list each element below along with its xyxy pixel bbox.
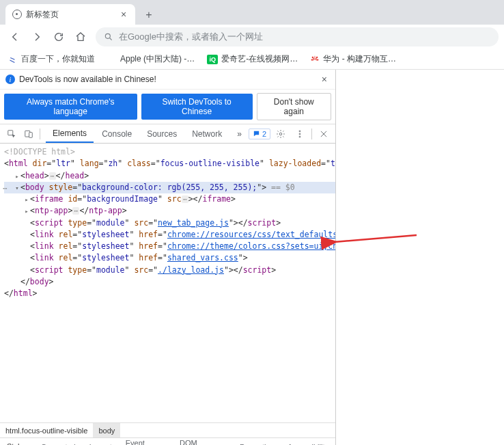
browser-tab[interactable]: 新标签页 × <box>5 4 135 25</box>
ntp-app-line[interactable]: ▸<ntp-app>⋯</ntp-app> <box>4 205 335 217</box>
svg-line-10 <box>335 235 417 242</box>
svg-point-4 <box>279 133 282 135</box>
link3-line[interactable]: <link rel="stylesheet" href="shared_vars… <box>4 252 335 264</box>
switch-devtools-button[interactable]: Switch DevTools to Chinese <box>141 94 253 120</box>
more-menu-icon[interactable] <box>291 125 309 143</box>
iqiyi-icon: iQ <box>207 55 218 64</box>
iframe-line[interactable]: ▸<iframe id="backgroundImage" src⋯></ifr… <box>4 193 335 205</box>
address-bar[interactable]: 在Google中搜索，或者输入一个网址 <box>96 27 499 46</box>
bookmark-huawei[interactable]: 华为 - 构建万物互… <box>310 53 396 65</box>
device-toolbar-icon[interactable] <box>20 125 37 143</box>
doctype-line: <!DOCTYPE html> <box>4 146 335 158</box>
svg-point-7 <box>299 136 300 137</box>
script2-line[interactable]: <script type="module" src="./lazy_load.j… <box>4 265 335 276</box>
separator <box>40 129 40 139</box>
body-close[interactable]: </body> <box>4 276 335 288</box>
info-text: DevTools is now available in Chinese! <box>19 75 156 84</box>
issues-badge[interactable]: 2 <box>249 129 270 139</box>
huawei-icon <box>310 55 320 64</box>
styles-tabs: Styles Computed Layout Event Listeners D… <box>0 437 335 445</box>
tab-properties[interactable]: Properties <box>233 438 281 445</box>
info-icon: i <box>5 75 15 84</box>
body-line-selected[interactable]: ⋯▾<body style="background-color: rgb(255… <box>4 182 335 193</box>
dont-show-again-button[interactable]: Don't show again <box>257 93 331 120</box>
close-devtools-icon[interactable] <box>315 125 333 143</box>
crumb-html[interactable]: html.focus-outline-visible <box>0 423 93 437</box>
head-line[interactable]: ▸<head>⋯</head> <box>4 170 335 182</box>
crumb-body[interactable]: body <box>93 423 120 437</box>
globe-icon <box>12 10 22 19</box>
devtools-info-bar: i DevTools is now available in Chinese! … <box>0 70 335 90</box>
tab-elements[interactable]: Elements <box>46 124 94 143</box>
separator <box>311 129 312 139</box>
svg-point-6 <box>299 133 300 135</box>
search-icon <box>104 32 113 42</box>
tab-sources[interactable]: Sources <box>140 124 184 143</box>
home-button[interactable] <box>71 27 90 46</box>
link2-line[interactable]: <link rel="stylesheet" href="chrome://th… <box>4 241 335 252</box>
new-tab-button[interactable]: + <box>139 5 158 25</box>
svg-point-5 <box>299 130 300 131</box>
forward-button[interactable] <box>27 27 46 46</box>
breadcrumb: html.focus-outline-visible body <box>0 422 335 437</box>
tab-styles[interactable]: Styles <box>0 438 34 445</box>
link1-line[interactable]: <link rel="stylesheet" href="chrome://re… <box>4 229 335 241</box>
tab-more[interactable]: » <box>230 124 249 143</box>
info-close-button[interactable]: × <box>319 74 330 85</box>
tab-network[interactable]: Network <box>185 124 229 143</box>
tab-dom-breakpoints[interactable]: DOM Breakpoints <box>173 438 233 445</box>
bookmark-apple[interactable]: Apple (中国大陆) -… <box>107 53 195 65</box>
chat-icon <box>253 130 260 137</box>
reload-button[interactable] <box>49 27 68 46</box>
bookmark-iqiyi[interactable]: iQ爱奇艺-在线视频网… <box>207 53 298 65</box>
tab-layout[interactable]: Layout <box>83 438 119 445</box>
close-tab-icon[interactable]: × <box>119 10 128 19</box>
apple-icon <box>107 55 117 64</box>
language-action-bar: Always match Chrome's language Switch De… <box>0 90 335 124</box>
back-button[interactable] <box>5 27 25 46</box>
settings-icon[interactable] <box>272 125 290 143</box>
bookmarks-bar: ⺀百度一下，你就知道 Apple (中国大陆) -… iQ爱奇艺-在线视频网… … <box>0 49 504 70</box>
annotation-arrow <box>328 230 423 259</box>
tab-title: 新标签页 <box>26 9 115 21</box>
omnibox-placeholder: 在Google中搜索，或者输入一个网址 <box>119 31 263 43</box>
script1-line[interactable]: <script type="module" src="new_tab_page.… <box>4 217 335 229</box>
html-open[interactable]: <html dir="ltr" lang="zh" class="focus-o… <box>4 158 335 170</box>
inspect-element-icon[interactable] <box>3 125 20 143</box>
tab-event-listeners[interactable]: Event Listeners <box>119 438 173 445</box>
tab-strip: 新标签页 × + <box>0 0 504 25</box>
tab-accessibility[interactable]: Accessibility <box>281 438 335 445</box>
paw-icon: ⺀ <box>8 55 18 64</box>
svg-rect-3 <box>29 132 32 137</box>
browser-chrome: 新标签页 × + 在Google中搜索，或者输入一个网址 ⺀百度一下，你就知道 … <box>0 0 504 70</box>
html-close[interactable]: </html> <box>4 288 335 299</box>
devtools-panel: i DevTools is now available in Chinese! … <box>0 70 336 445</box>
devtools-tabs: Elements Console Sources Network » <box>46 124 249 143</box>
bookmark-baidu[interactable]: ⺀百度一下，你就知道 <box>8 53 95 65</box>
nav-toolbar: 在Google中搜索，或者输入一个网址 <box>0 25 504 49</box>
elements-tree[interactable]: <!DOCTYPE html> <html dir="ltr" lang="zh… <box>0 144 335 422</box>
tab-console[interactable]: Console <box>95 124 139 143</box>
always-match-button[interactable]: Always match Chrome's language <box>4 94 137 120</box>
svg-point-0 <box>105 33 110 38</box>
tab-computed[interactable]: Computed <box>34 438 83 445</box>
devtools-toolbar: Elements Console Sources Network » 2 <box>0 124 335 144</box>
